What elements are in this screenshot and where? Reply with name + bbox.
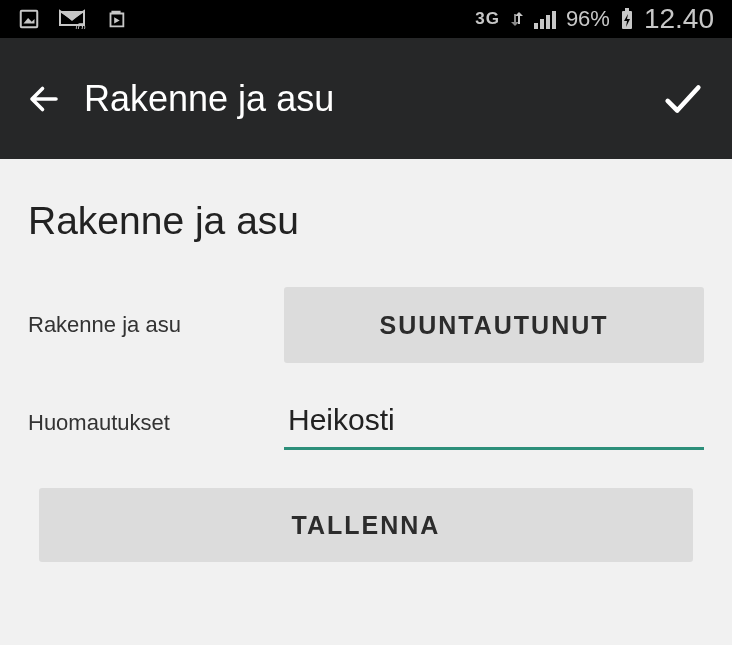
notes-input[interactable] [284, 395, 704, 450]
status-right: 3G 96% 12.40 [475, 3, 714, 35]
confirm-checkmark-icon[interactable] [660, 76, 706, 122]
svg-rect-3 [625, 8, 629, 11]
field-control-notes [284, 395, 704, 450]
battery-charging-icon [620, 7, 634, 31]
gallery-icon [18, 8, 40, 30]
svg-text:@: @ [75, 21, 86, 29]
signal-icon [534, 9, 556, 29]
form-row-structure: Rakenne ja asu SUUNTAUTUNUT [28, 287, 704, 363]
clock-time: 12.40 [644, 3, 714, 35]
back-arrow-icon[interactable] [26, 81, 62, 117]
structure-dropdown-button[interactable]: SUUNTAUTUNUT [284, 287, 704, 363]
data-arrows-icon [510, 12, 524, 26]
battery-percentage: 96% [566, 6, 610, 32]
play-store-icon [104, 8, 128, 30]
content-area: Rakenne ja asu Rakenne ja asu SUUNTAUTUN… [0, 159, 732, 562]
save-button[interactable]: TALLENNA [39, 488, 693, 562]
status-left: @ [18, 8, 128, 30]
field-control-structure: SUUNTAUTUNUT [284, 287, 704, 363]
field-label-notes: Huomautukset [28, 410, 284, 436]
page-title: Rakenne ja asu [28, 199, 704, 243]
form-row-notes: Huomautukset [28, 395, 704, 450]
app-bar-title: Rakenne ja asu [84, 78, 660, 120]
mail-at-icon: @ [58, 9, 86, 29]
field-label-structure: Rakenne ja asu [28, 312, 284, 338]
status-bar: @ 3G 96% 12.40 [0, 0, 732, 38]
network-type-label: 3G [475, 9, 500, 29]
app-bar: Rakenne ja asu [0, 38, 732, 159]
